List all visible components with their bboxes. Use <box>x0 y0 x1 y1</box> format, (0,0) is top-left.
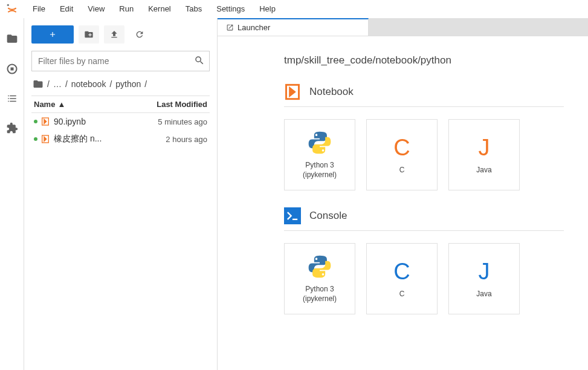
new-folder-button[interactable] <box>79 25 99 44</box>
workarea: Launcher tmp/skill_tree_code/notebook/py… <box>218 18 588 370</box>
menu-kernel[interactable]: Kernel <box>142 2 177 16</box>
launcher-card[interactable]: JJava <box>448 243 520 314</box>
main-area: / … / notebook / python / Name ▲ Last Mo… <box>0 18 588 370</box>
menu-run[interactable]: Run <box>113 2 140 16</box>
card-label: Java <box>476 166 491 175</box>
card-icon: J <box>471 258 497 285</box>
launcher-card[interactable]: Python 3(ipykernel) <box>284 243 355 314</box>
card-icon: C <box>389 258 415 285</box>
folder-icon <box>33 79 44 89</box>
menu-edit[interactable]: Edit <box>54 2 79 16</box>
launcher-section: ConsolePython 3(ipykernel)CCJJava <box>284 207 564 314</box>
extensions-icon[interactable] <box>6 122 18 134</box>
file-row[interactable]: 90.ipynb5 minutes ago <box>31 113 210 130</box>
launcher-card[interactable]: Python 3(ipykernel) <box>284 119 355 190</box>
header-name[interactable]: Name <box>34 100 55 109</box>
filebrowser-toolbar <box>31 25 210 44</box>
section-icon <box>284 83 301 100</box>
cards-row: Python 3(ipykernel)CCJJava <box>284 119 564 190</box>
menu-view[interactable]: View <box>82 2 111 16</box>
svg-point-0 <box>7 4 9 5</box>
card-label: C <box>399 290 405 299</box>
menu-file[interactable]: File <box>27 2 51 16</box>
section-icon <box>284 207 301 224</box>
card-icon: C <box>389 134 415 161</box>
section-title: Console <box>309 210 347 222</box>
file-name: 橡皮擦的 n... <box>54 134 166 144</box>
header-modified[interactable]: Last Modified <box>157 100 207 109</box>
section-header: Notebook <box>284 83 564 107</box>
file-modified: 5 minutes ago <box>158 117 207 126</box>
launcher-icon <box>226 24 234 31</box>
search-icon <box>194 55 205 66</box>
menu-tabs[interactable]: Tabs <box>179 2 208 16</box>
menu-settings[interactable]: Settings <box>210 2 251 16</box>
new-launcher-button[interactable] <box>31 25 74 44</box>
filter-row <box>31 51 210 71</box>
launcher-path: tmp/skill_tree_code/notebook/python <box>284 54 564 67</box>
card-label: Python 3(ipykernel) <box>303 161 337 180</box>
card-icon <box>306 129 333 156</box>
section-title: Notebook <box>309 86 354 98</box>
file-browser: / … / notebook / python / Name ▲ Last Mo… <box>24 18 218 370</box>
section-header: Console <box>284 207 564 231</box>
card-label: C <box>399 166 405 175</box>
breadcrumb-root[interactable]: / <box>47 79 50 89</box>
card-label: Python 3(ipykernel) <box>303 285 337 303</box>
card-icon: J <box>471 134 497 161</box>
upload-button[interactable] <box>104 25 124 44</box>
jupyter-logo <box>6 3 18 15</box>
cards-row: Python 3(ipykernel)CCJJava <box>284 243 564 314</box>
launcher-section: NotebookPython 3(ipykernel)CCJJava <box>284 83 564 190</box>
launcher-card[interactable]: CC <box>366 119 438 190</box>
running-icon[interactable] <box>6 63 18 75</box>
breadcrumb-ellipsis[interactable]: … <box>53 79 62 89</box>
running-dot <box>34 120 37 123</box>
launcher: tmp/skill_tree_code/notebook/python Note… <box>218 36 588 370</box>
file-list: 90.ipynb5 minutes ago橡皮擦的 n...2 hours ag… <box>31 113 210 148</box>
tab-label: Launcher <box>237 23 270 32</box>
activity-bar <box>0 18 24 370</box>
refresh-button[interactable] <box>129 25 150 44</box>
tabbar: Launcher <box>218 18 588 36</box>
breadcrumb[interactable]: / … / notebook / python / <box>31 76 210 96</box>
launcher-card[interactable]: JJava <box>448 119 520 190</box>
file-row[interactable]: 橡皮擦的 n...2 hours ago <box>31 130 210 148</box>
card-label: Java <box>476 290 491 299</box>
file-modified: 2 hours ago <box>166 135 207 144</box>
running-dot <box>34 137 37 141</box>
notebook-file-icon <box>40 117 50 126</box>
folder-icon[interactable] <box>6 33 18 45</box>
filter-input[interactable] <box>31 51 210 71</box>
svg-rect-6 <box>284 207 301 224</box>
notebook-file-icon <box>40 134 50 144</box>
breadcrumb-part-notebook[interactable]: notebook <box>71 79 106 89</box>
card-icon <box>306 253 333 280</box>
file-name: 90.ipynb <box>54 117 158 126</box>
svg-rect-2 <box>10 68 13 71</box>
tab-launcher[interactable]: Launcher <box>218 18 369 36</box>
menubar: File Edit View Run Kernel Tabs Settings … <box>0 0 588 18</box>
menu-help[interactable]: Help <box>253 2 282 16</box>
filebrowser-header[interactable]: Name ▲ Last Modified <box>31 96 210 113</box>
toc-icon[interactable] <box>7 93 18 104</box>
breadcrumb-part-python[interactable]: python <box>115 79 141 89</box>
launcher-card[interactable]: CC <box>366 243 438 314</box>
sort-asc-icon: ▲ <box>57 100 65 109</box>
